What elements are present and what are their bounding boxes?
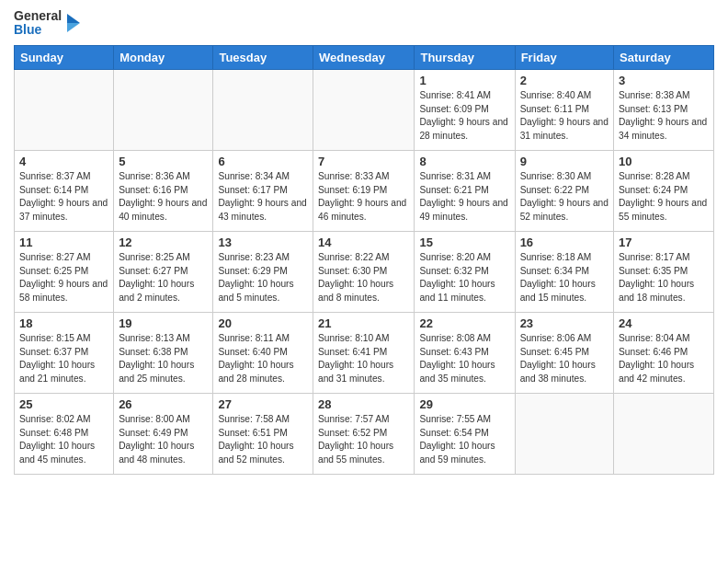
calendar-day-cell: 1Sunrise: 8:41 AM Sunset: 6:09 PM Daylig… <box>415 69 515 150</box>
day-info: Sunrise: 8:15 AM Sunset: 6:37 PM Dayligh… <box>19 332 108 386</box>
calendar-day-cell: 21Sunrise: 8:10 AM Sunset: 6:41 PM Dayli… <box>313 312 415 393</box>
day-info: Sunrise: 8:04 AM Sunset: 6:46 PM Dayligh… <box>619 332 709 386</box>
calendar-day-cell: 25Sunrise: 8:02 AM Sunset: 6:48 PM Dayli… <box>15 393 114 474</box>
calendar-day-cell: 19Sunrise: 8:13 AM Sunset: 6:38 PM Dayli… <box>114 312 213 393</box>
day-number: 9 <box>520 155 609 168</box>
day-number: 10 <box>619 155 709 168</box>
day-number: 12 <box>119 236 208 249</box>
calendar-day-cell: 18Sunrise: 8:15 AM Sunset: 6:37 PM Dayli… <box>15 312 114 393</box>
svg-marker-1 <box>67 23 80 32</box>
day-number: 15 <box>419 236 509 249</box>
day-info: Sunrise: 7:55 AM Sunset: 6:54 PM Dayligh… <box>419 413 509 467</box>
calendar-week-row: 18Sunrise: 8:15 AM Sunset: 6:37 PM Dayli… <box>15 312 714 393</box>
day-info: Sunrise: 8:27 AM Sunset: 6:25 PM Dayligh… <box>19 251 108 305</box>
logo: General Blue <box>14 9 84 38</box>
calendar-day-cell: 12Sunrise: 8:25 AM Sunset: 6:27 PM Dayli… <box>114 231 213 312</box>
day-number: 1 <box>419 74 509 87</box>
calendar-day-cell: 16Sunrise: 8:18 AM Sunset: 6:34 PM Dayli… <box>515 231 613 312</box>
day-info: Sunrise: 8:34 AM Sunset: 6:17 PM Dayligh… <box>218 170 308 224</box>
calendar-day-cell: 6Sunrise: 8:34 AM Sunset: 6:17 PM Daylig… <box>213 150 313 231</box>
calendar-day-cell: 3Sunrise: 8:38 AM Sunset: 6:13 PM Daylig… <box>614 69 714 150</box>
calendar-week-row: 1Sunrise: 8:41 AM Sunset: 6:09 PM Daylig… <box>15 69 714 150</box>
calendar-day-cell: 24Sunrise: 8:04 AM Sunset: 6:46 PM Dayli… <box>614 312 714 393</box>
day-info: Sunrise: 8:23 AM Sunset: 6:29 PM Dayligh… <box>218 251 308 305</box>
day-number: 5 <box>119 155 208 168</box>
calendar-day-cell <box>515 393 613 474</box>
calendar-day-cell <box>213 69 313 150</box>
day-info: Sunrise: 7:58 AM Sunset: 6:51 PM Dayligh… <box>218 413 308 467</box>
calendar-day-cell: 17Sunrise: 8:17 AM Sunset: 6:35 PM Dayli… <box>614 231 714 312</box>
logo-bird-icon <box>63 10 84 36</box>
calendar-week-row: 25Sunrise: 8:02 AM Sunset: 6:48 PM Dayli… <box>15 393 714 474</box>
day-info: Sunrise: 8:08 AM Sunset: 6:43 PM Dayligh… <box>419 332 509 386</box>
calendar-week-row: 11Sunrise: 8:27 AM Sunset: 6:25 PM Dayli… <box>15 231 714 312</box>
calendar-day-cell: 7Sunrise: 8:33 AM Sunset: 6:19 PM Daylig… <box>313 150 415 231</box>
day-number: 24 <box>619 316 709 330</box>
calendar-day-cell <box>114 69 213 150</box>
day-number: 8 <box>419 155 509 168</box>
calendar-day-cell: 8Sunrise: 8:31 AM Sunset: 6:21 PM Daylig… <box>415 150 515 231</box>
calendar-day-cell <box>313 69 415 150</box>
calendar-day-cell <box>614 393 714 474</box>
calendar-day-cell: 13Sunrise: 8:23 AM Sunset: 6:29 PM Dayli… <box>213 231 313 312</box>
day-number: 13 <box>218 236 308 249</box>
day-info: Sunrise: 8:33 AM Sunset: 6:19 PM Dayligh… <box>318 170 409 224</box>
day-info: Sunrise: 8:06 AM Sunset: 6:45 PM Dayligh… <box>520 332 609 386</box>
calendar-day-cell: 23Sunrise: 8:06 AM Sunset: 6:45 PM Dayli… <box>515 312 613 393</box>
calendar-day-cell: 15Sunrise: 8:20 AM Sunset: 6:32 PM Dayli… <box>415 231 515 312</box>
day-number: 26 <box>119 397 208 411</box>
header: General Blue <box>14 9 714 38</box>
day-info: Sunrise: 8:25 AM Sunset: 6:27 PM Dayligh… <box>119 251 208 305</box>
calendar-week-row: 4Sunrise: 8:37 AM Sunset: 6:14 PM Daylig… <box>15 150 714 231</box>
header-row: SundayMondayTuesdayWednesdayThursdayFrid… <box>15 45 714 69</box>
calendar-day-cell: 26Sunrise: 8:00 AM Sunset: 6:49 PM Dayli… <box>114 393 213 474</box>
day-number: 7 <box>318 155 409 168</box>
day-info: Sunrise: 8:28 AM Sunset: 6:24 PM Dayligh… <box>619 170 709 224</box>
calendar-day-cell: 20Sunrise: 8:11 AM Sunset: 6:40 PM Dayli… <box>213 312 313 393</box>
day-info: Sunrise: 8:30 AM Sunset: 6:22 PM Dayligh… <box>520 170 609 224</box>
day-number: 2 <box>520 74 609 87</box>
calendar-day-cell: 27Sunrise: 7:58 AM Sunset: 6:51 PM Dayli… <box>213 393 313 474</box>
calendar-day-cell: 29Sunrise: 7:55 AM Sunset: 6:54 PM Dayli… <box>415 393 515 474</box>
calendar-day-cell: 5Sunrise: 8:36 AM Sunset: 6:16 PM Daylig… <box>114 150 213 231</box>
day-info: Sunrise: 8:41 AM Sunset: 6:09 PM Dayligh… <box>419 89 509 144</box>
calendar-day-cell: 14Sunrise: 8:22 AM Sunset: 6:30 PM Dayli… <box>313 231 415 312</box>
svg-marker-0 <box>67 14 80 23</box>
day-number: 17 <box>619 236 709 249</box>
day-info: Sunrise: 8:37 AM Sunset: 6:14 PM Dayligh… <box>19 170 108 224</box>
day-of-week-header: Thursday <box>415 45 515 69</box>
day-number: 23 <box>520 316 609 330</box>
calendar-day-cell: 4Sunrise: 8:37 AM Sunset: 6:14 PM Daylig… <box>15 150 114 231</box>
day-number: 27 <box>218 397 308 411</box>
day-number: 22 <box>419 316 509 330</box>
day-number: 18 <box>19 316 108 330</box>
day-info: Sunrise: 8:17 AM Sunset: 6:35 PM Dayligh… <box>619 251 709 305</box>
calendar-day-cell: 28Sunrise: 7:57 AM Sunset: 6:52 PM Dayli… <box>313 393 415 474</box>
day-number: 6 <box>218 155 308 168</box>
day-info: Sunrise: 8:40 AM Sunset: 6:11 PM Dayligh… <box>520 89 609 144</box>
day-info: Sunrise: 8:13 AM Sunset: 6:38 PM Dayligh… <box>119 332 208 386</box>
day-of-week-header: Sunday <box>15 45 114 69</box>
day-info: Sunrise: 8:20 AM Sunset: 6:32 PM Dayligh… <box>419 251 509 305</box>
day-info: Sunrise: 8:18 AM Sunset: 6:34 PM Dayligh… <box>520 251 609 305</box>
day-number: 20 <box>218 316 308 330</box>
day-number: 28 <box>318 397 409 411</box>
day-info: Sunrise: 8:31 AM Sunset: 6:21 PM Dayligh… <box>419 170 509 224</box>
calendar-day-cell: 10Sunrise: 8:28 AM Sunset: 6:24 PM Dayli… <box>614 150 714 231</box>
calendar-day-cell: 9Sunrise: 8:30 AM Sunset: 6:22 PM Daylig… <box>515 150 613 231</box>
day-info: Sunrise: 7:57 AM Sunset: 6:52 PM Dayligh… <box>318 413 409 467</box>
day-info: Sunrise: 8:00 AM Sunset: 6:49 PM Dayligh… <box>119 413 208 467</box>
day-number: 16 <box>520 236 609 249</box>
day-info: Sunrise: 8:36 AM Sunset: 6:16 PM Dayligh… <box>119 170 208 224</box>
day-info: Sunrise: 8:38 AM Sunset: 6:13 PM Dayligh… <box>619 89 709 144</box>
day-info: Sunrise: 8:10 AM Sunset: 6:41 PM Dayligh… <box>318 332 409 386</box>
calendar-table: SundayMondayTuesdayWednesdayThursdayFrid… <box>14 45 714 475</box>
day-number: 11 <box>19 236 108 249</box>
day-number: 14 <box>318 236 409 249</box>
day-info: Sunrise: 8:22 AM Sunset: 6:30 PM Dayligh… <box>318 251 409 305</box>
day-number: 4 <box>19 155 108 168</box>
day-number: 29 <box>419 397 509 411</box>
calendar-page: General Blue SundayMondayTuesdayWednesda… <box>0 0 728 563</box>
day-number: 25 <box>19 397 108 411</box>
calendar-day-cell <box>15 69 114 150</box>
